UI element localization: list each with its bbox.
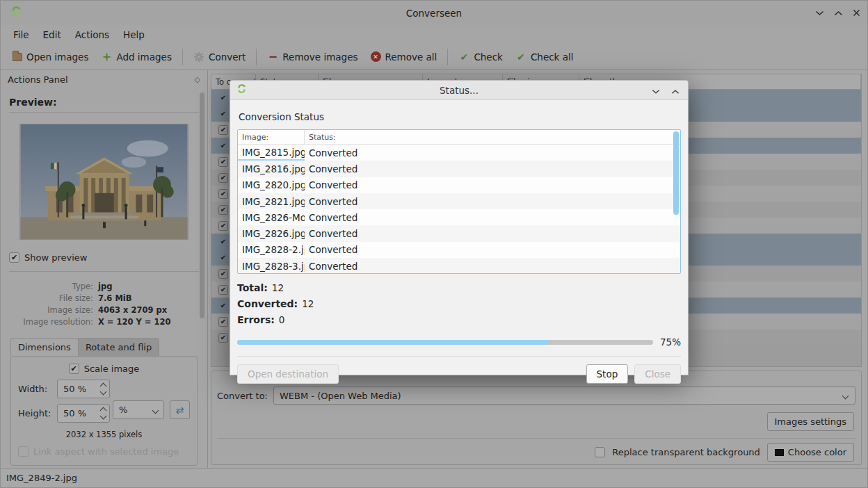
row-convert-checkbox[interactable] xyxy=(218,173,228,183)
status-row-status: Converted xyxy=(305,147,680,158)
status-table-row[interactable]: IMG_2828-3.jpgConverted xyxy=(238,258,680,274)
info-label: Image size: xyxy=(9,305,98,315)
totals-label: Converted: xyxy=(237,298,298,309)
info-value: 7.6 MiB xyxy=(98,293,132,303)
status-table-row[interactable]: IMG_2826-Mo...Converted xyxy=(238,209,680,225)
totals-value: 12 xyxy=(272,282,284,293)
status-table-row[interactable]: IMG_2826.jpgConverted xyxy=(238,225,680,241)
row-convert-checkbox[interactable] xyxy=(218,285,228,295)
close-button: Close xyxy=(634,364,681,384)
spin-down-icon[interactable] xyxy=(100,389,107,396)
close-icon[interactable] xyxy=(853,9,860,17)
row-convert-checkbox[interactable] xyxy=(218,157,228,167)
row-convert-checkbox[interactable] xyxy=(218,93,228,103)
format-value: WEBM - (Open Web Media) xyxy=(280,391,401,401)
dialog-maximize-icon[interactable] xyxy=(671,84,680,97)
actions-panel-title: Actions Panel xyxy=(8,74,68,85)
column-status[interactable]: Status: xyxy=(305,130,680,144)
status-row-status: Converted xyxy=(305,163,680,174)
status-row-image: IMG_2826-Mo... xyxy=(238,209,305,225)
status-row-image: IMG_2820.jpg xyxy=(238,177,305,193)
height-label: Height: xyxy=(18,408,51,418)
toolbar-remove-all[interactable]: ✕Remove all xyxy=(364,47,444,67)
row-convert-checkbox[interactable] xyxy=(218,141,228,151)
replace-background-label: Replace transparent background xyxy=(612,447,760,457)
column-image[interactable]: Image: xyxy=(238,130,305,144)
toolbar-separator xyxy=(256,49,257,65)
totals-row: Converted:12 xyxy=(237,298,681,309)
row-convert-checkbox[interactable] xyxy=(218,125,228,135)
dialog-minimize-icon[interactable] xyxy=(652,84,660,97)
panel-scrollbar[interactable] xyxy=(200,92,204,318)
toolbar-add-images[interactable]: +Add images xyxy=(95,47,178,67)
panel-float-icon[interactable]: ◇ xyxy=(195,75,200,84)
convert-to-label: Convert to: xyxy=(217,391,268,401)
info-label: Image resolution: xyxy=(9,317,98,327)
toolbar-label: Check xyxy=(474,51,503,63)
row-convert-checkbox[interactable] xyxy=(218,205,228,215)
menu-file[interactable]: File xyxy=(6,26,36,43)
menu-bar: FileEditActionsHelp xyxy=(1,25,867,44)
divider xyxy=(217,438,855,439)
color-swatch xyxy=(775,449,784,456)
show-preview-checkbox[interactable] xyxy=(9,252,19,263)
width-spinbox[interactable]: 50 % xyxy=(57,380,110,398)
replace-background-checkbox[interactable] xyxy=(595,447,605,457)
progress-bar xyxy=(237,340,653,345)
status-table-row[interactable]: IMG_2828-2.jpgConverted xyxy=(238,242,680,258)
format-dropdown[interactable]: WEBM - (Open Web Media) xyxy=(273,387,855,405)
dialog-titlebar: Status... xyxy=(230,81,688,100)
tab-dimensions[interactable]: Dimensions xyxy=(10,338,79,356)
scale-image-label: Scale image xyxy=(84,364,140,374)
images-settings-button[interactable]: Images settings xyxy=(767,412,854,431)
open-destination-button: Open destination xyxy=(237,364,339,384)
row-convert-checkbox[interactable] xyxy=(218,301,228,311)
minimize-icon[interactable] xyxy=(815,10,824,16)
progress-fill xyxy=(237,340,549,345)
status-row-status: Converted xyxy=(305,244,680,255)
choose-color-button[interactable]: Choose color xyxy=(767,443,854,462)
open-images-icon xyxy=(13,53,22,61)
toolbar-check-all[interactable]: ✔Check all xyxy=(509,47,580,67)
toolbar: Open images+Add imagesConvert−Remove ima… xyxy=(1,44,867,70)
scale-image-checkbox[interactable] xyxy=(69,364,79,374)
tab-rotate-and-flip[interactable]: Rotate and flip xyxy=(78,338,159,356)
status-row-status: Converted xyxy=(305,212,680,223)
maximize-icon[interactable] xyxy=(834,10,843,16)
toolbar-convert[interactable]: Convert xyxy=(187,47,252,67)
link-aspect-checkbox xyxy=(18,446,29,457)
toolbar-check[interactable]: ✔Check xyxy=(452,47,509,67)
info-row: Image resolution:X = 120 Y = 120 xyxy=(9,317,199,327)
stop-button[interactable]: Stop xyxy=(586,364,629,384)
height-spinbox[interactable]: 50 % xyxy=(57,404,110,423)
row-convert-checkbox[interactable] xyxy=(218,109,228,119)
spin-down-icon[interactable] xyxy=(100,413,107,420)
row-convert-checkbox[interactable] xyxy=(218,189,228,199)
menu-help[interactable]: Help xyxy=(116,26,152,43)
resulting-pixels-note: 2032 x 1355 pixels xyxy=(18,430,190,439)
status-table-row[interactable]: IMG_2815.jpgConverted xyxy=(238,145,680,161)
show-preview-label: Show preview xyxy=(24,252,87,263)
toolbar-label: Remove images xyxy=(282,51,357,63)
row-convert-checkbox[interactable] xyxy=(218,237,228,247)
row-convert-checkbox[interactable] xyxy=(218,317,228,327)
info-value: jpg xyxy=(98,282,112,291)
row-convert-checkbox[interactable] xyxy=(218,333,228,343)
row-convert-checkbox[interactable] xyxy=(218,253,228,263)
menu-edit[interactable]: Edit xyxy=(36,26,68,43)
menu-actions[interactable]: Actions xyxy=(68,26,116,43)
status-table-row[interactable]: IMG_2820.jpgConverted xyxy=(238,177,680,193)
chevron-down-icon xyxy=(842,393,849,400)
reset-dimensions-button[interactable]: ⇄ xyxy=(170,400,190,419)
toolbar-open-images[interactable]: Open images xyxy=(6,47,95,67)
status-table-row[interactable]: IMG_2816.jpgConverted xyxy=(238,161,680,177)
unit-dropdown[interactable]: % xyxy=(113,400,164,419)
convert-gear-icon xyxy=(193,51,204,63)
row-convert-checkbox[interactable] xyxy=(218,269,228,279)
dialog-table-scrollbar[interactable] xyxy=(673,131,679,215)
link-aspect-label: Link aspect with selected image xyxy=(33,446,179,457)
row-convert-checkbox[interactable] xyxy=(218,221,228,231)
status-table-row[interactable]: IMG_2821.jpgConverted xyxy=(238,193,680,209)
conversion-formats-group: Conversion Formats Convert to: WEBM - (O… xyxy=(211,371,862,465)
toolbar-remove-images[interactable]: −Remove images xyxy=(261,47,364,67)
